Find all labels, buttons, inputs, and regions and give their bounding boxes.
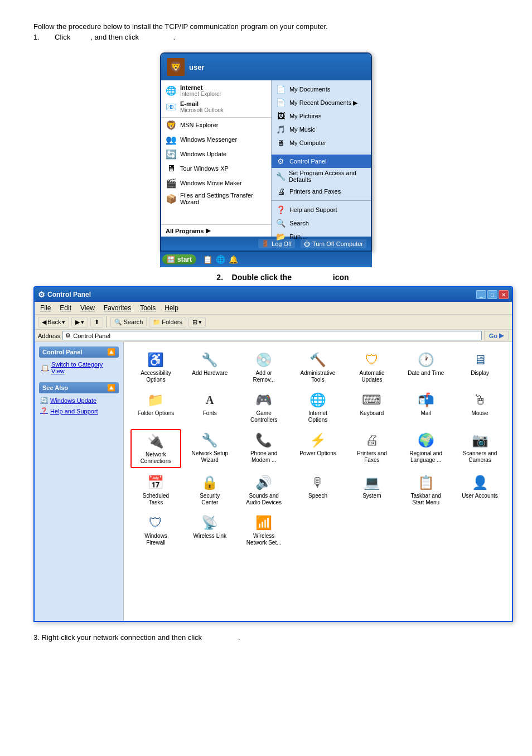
datetime-icon: 🕐	[417, 351, 435, 369]
email-icon: 📧	[166, 102, 177, 113]
cp-icon-sounds[interactable]: 🔊 Sounds and Audio Devices	[239, 471, 289, 508]
cp-icon-networkconnections[interactable]: 🔌 Network Connections	[130, 429, 181, 468]
start-item-msn[interactable]: 🦁 MSN Explorer	[161, 118, 271, 132]
logoff-button[interactable]: 🚪 Log Off	[258, 239, 295, 248]
right-item-printers[interactable]: 🖨 Printers and Faxes	[272, 185, 371, 198]
step2-label: 2. Double click the icon	[67, 273, 499, 282]
cp-icon-datetime[interactable]: 🕐 Date and Time	[400, 349, 451, 386]
right-item-helpsupport[interactable]: ❓ Help and Support	[272, 203, 371, 216]
phonemodem-label: Phone and Modem ...	[245, 450, 283, 464]
useraccounts-icon: 👤	[471, 474, 489, 492]
cp-icon-printersfaxes[interactable]: 🖨 Printers and Faxes	[346, 429, 397, 468]
step1: 1. Click , and then click .	[33, 33, 499, 41]
networksetup-label: Network Setup Wizard	[191, 450, 229, 464]
see-also-item-windowsupdate[interactable]: 🔄 Windows Update	[39, 396, 119, 405]
go-button[interactable]: Go ▶	[484, 331, 509, 340]
start-item-messenger[interactable]: 👥 Windows Messenger	[161, 132, 271, 147]
cp-icon-addhardware[interactable]: 🔧 Add Hardware	[185, 349, 235, 386]
folderoptions-label: Folder Options	[138, 410, 175, 417]
cp-icon-internetoptions[interactable]: 🌐 Internet Options	[293, 389, 344, 426]
right-item-mymusic[interactable]: 🎵 My Music	[272, 123, 371, 136]
right-item-search[interactable]: 🔍 Search	[272, 216, 371, 230]
menu-file[interactable]: File	[37, 303, 54, 313]
menu-favorites[interactable]: Favorites	[100, 303, 134, 313]
start-item-internet[interactable]: 🌐 Internet Internet Explorer	[161, 83, 271, 99]
cp-icon-keyboard[interactable]: ⌨ Keyboard	[346, 389, 397, 426]
view-button[interactable]: ⊞ ▾	[188, 317, 206, 328]
addhardware-label: Add Hardware	[192, 370, 228, 377]
menu-tools[interactable]: Tools	[137, 303, 159, 313]
menu-view[interactable]: View	[77, 303, 98, 313]
search-button[interactable]: 🔍 Search	[110, 317, 147, 328]
start-menu-left: 🌐 Internet Internet Explorer 📧 E-mail Mi…	[161, 80, 272, 237]
start-item-moviemaker[interactable]: 🎬 Windows Movie Maker	[161, 176, 271, 190]
fonts-icon: A	[201, 391, 219, 409]
cp-icon-securitycenter[interactable]: 🔒 Security Center	[185, 471, 235, 508]
networksetup-icon: 🔧	[201, 431, 219, 449]
right-item-mycomputer[interactable]: 🖥 My Computer	[272, 136, 371, 150]
cp-icon-display[interactable]: 🖥 Display	[454, 349, 505, 386]
cp-icon-firewall[interactable]: 🛡 Windows Firewall	[130, 512, 181, 548]
start-item-filetransfer[interactable]: 📦 Files and Settings Transfer Wizard	[161, 190, 271, 207]
cp-icon-mouse[interactable]: 🖱 Mouse	[454, 389, 505, 426]
folders-button[interactable]: 📁 Folders	[149, 317, 186, 328]
cp-icon-taskbar[interactable]: 📋 Taskbar and Start Menu	[400, 471, 451, 508]
start-button[interactable]: 🪟 start	[162, 254, 196, 264]
up-button[interactable]: ⬆	[90, 317, 103, 328]
cp-title-icon: ⚙	[38, 290, 45, 299]
view-dropdown-icon: ▾	[199, 319, 202, 326]
cp-icon-useraccounts[interactable]: 👤 User Accounts	[454, 471, 505, 508]
cp-icon-scanners[interactable]: 📷 Scanners and Cameras	[454, 429, 505, 468]
see-also-item-helpsupport[interactable]: ❓ Help and Support	[39, 406, 119, 416]
cp-icon-regional[interactable]: 🌍 Regional and Language ...	[400, 429, 451, 468]
sidebar-title2-text: See Also	[42, 384, 68, 391]
cp-toolbar: ◀ Back ▾ ▶ ▾ ⬆ 🔍 Search 📁 Folders ⊞ ▾	[35, 315, 512, 330]
cp-icon-wirelessnetwork[interactable]: 📶 Wireless Network Set...	[239, 512, 289, 548]
cp-title-text: Control Panel	[47, 291, 91, 298]
cp-icon-poweroptions[interactable]: ⚡ Power Options	[293, 429, 344, 468]
poweroptions-icon: ⚡	[309, 431, 327, 449]
wirelesslink-icon: 📡	[201, 514, 219, 532]
back-button[interactable]: ◀ Back ▾	[38, 317, 69, 328]
cp-icon-gamecontrollers[interactable]: 🎮 Game Controllers	[239, 389, 289, 426]
cp-icon-phonemodem[interactable]: 📞 Phone and Modem ...	[239, 429, 289, 468]
maximize-button[interactable]: □	[487, 290, 497, 299]
step3-text: 3. Right-click your network connection a…	[33, 633, 202, 642]
start-item-windowsupdate[interactable]: 🔄 Windows Update	[161, 147, 271, 161]
sidebar-expand2-icon[interactable]: 🔼	[107, 384, 115, 392]
cp-icon-system[interactable]: 💻 System	[346, 471, 397, 508]
sidebar-expand1-icon[interactable]: 🔼	[107, 348, 115, 356]
right-item-mypics[interactable]: 🖼 My Pictures	[272, 109, 371, 123]
cp-icon-mail[interactable]: 📬 Mail	[400, 389, 451, 426]
start-menu-header: 🦁 user	[161, 54, 371, 80]
right-item-recentdocs[interactable]: 📄 My Recent Documents ▶	[272, 96, 371, 109]
cp-icon-scheduledtasks[interactable]: 📅 Scheduled Tasks	[130, 471, 181, 508]
right-item-mydocs[interactable]: 📄 My Documents	[272, 83, 371, 96]
speech-icon: 🎙	[309, 474, 327, 492]
cp-icon-accessibility[interactable]: ♿ Accessibility Options	[130, 349, 181, 386]
start-item-tourxp[interactable]: 🖥 Tour Windows XP	[161, 161, 271, 176]
start-menu-right: 📄 My Documents 📄 My Recent Documents ▶ 🖼…	[272, 80, 371, 237]
cp-icon-folderoptions[interactable]: 📁 Folder Options	[130, 389, 181, 426]
cp-icon-admintools[interactable]: 🔨 Administrative Tools	[293, 349, 344, 386]
cp-icon-addremove[interactable]: 💿 Add or Remov...	[239, 349, 289, 386]
turnoff-button[interactable]: ⏻ Turn Off Computer	[301, 239, 366, 248]
menu-help[interactable]: Help	[161, 303, 182, 313]
forward-button[interactable]: ▶ ▾	[71, 317, 88, 328]
start-item-email[interactable]: 📧 E-mail Microsoft Outlook	[161, 99, 271, 115]
cp-icon-autoupdate[interactable]: 🛡 Automatic Updates	[346, 349, 397, 386]
cp-icon-fonts[interactable]: A Fonts	[185, 389, 235, 426]
cp-icon-speech[interactable]: 🎙 Speech	[293, 471, 344, 508]
cp-icon-networksetup[interactable]: 🔧 Network Setup Wizard	[185, 429, 235, 468]
right-item-programaccess[interactable]: 🔧 Set Program Access and Defaults	[272, 168, 371, 185]
sidebar-switch-link[interactable]: 📋 Switch to Category View	[39, 360, 119, 375]
close-button[interactable]: ✕	[499, 290, 509, 299]
minimize-button[interactable]: _	[476, 290, 486, 299]
menu-edit[interactable]: Edit	[56, 303, 75, 313]
cp-icon-wirelesslink[interactable]: 📡 Wireless Link	[185, 512, 235, 548]
all-programs-item[interactable]: All Programs ▶	[161, 224, 271, 237]
see-also-help-label: Help and Support	[50, 408, 98, 415]
address-input[interactable]: ⚙ Control Panel	[62, 331, 481, 340]
right-item-controlpanel[interactable]: ⚙ Control Panel	[272, 155, 371, 168]
helpsupport-icon: ❓	[276, 205, 286, 215]
